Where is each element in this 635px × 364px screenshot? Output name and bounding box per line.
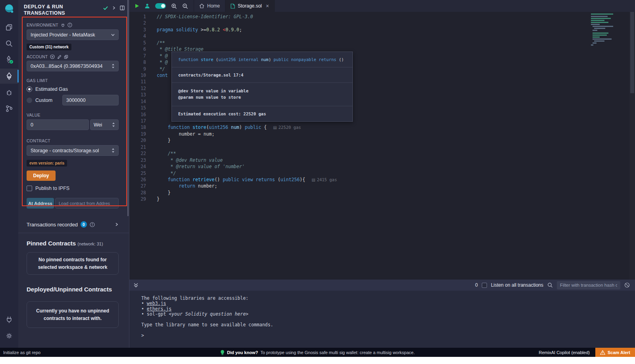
- up-down-caret-icon: [112, 148, 115, 153]
- line-number: 9: [129, 66, 146, 72]
- transactions-count-badge: 0: [81, 221, 87, 228]
- clear-console-icon[interactable]: [624, 282, 630, 288]
- panel-scrollbar[interactable]: [127, 0, 129, 216]
- copilot-toggle[interactable]: [155, 3, 166, 9]
- listen-all-label: Listen on all transactions: [491, 282, 543, 288]
- expand-transactions-icon[interactable]: [115, 222, 119, 227]
- deploy-button[interactable]: Deploy: [27, 171, 56, 181]
- icon-sidebar: [0, 0, 18, 357]
- git-init-status[interactable]: Initialize as git repo: [0, 350, 40, 355]
- line-number: 29: [129, 196, 146, 202]
- transaction-filter-input[interactable]: [557, 281, 620, 289]
- terminal-link[interactable]: web3.js: [147, 301, 166, 306]
- custom-gas-input[interactable]: [62, 95, 119, 105]
- gas-estimate-badge: ▤2415 gas: [312, 177, 337, 182]
- value-input[interactable]: [27, 119, 89, 130]
- code-line: pragma solidity >=0.8.2 <0.9.0;: [157, 27, 587, 33]
- ai-assistant-icon[interactable]: [144, 3, 150, 9]
- line-number: 22: [129, 150, 146, 157]
- contract-label: CONTRACT: [27, 138, 50, 143]
- edit-account-icon[interactable]: [57, 55, 62, 59]
- git-icon[interactable]: [0, 101, 18, 116]
- tooltip-dev-line: @dev Store value in variable: [178, 88, 346, 94]
- minimap[interactable]: [591, 13, 629, 48]
- listen-all-checkbox[interactable]: [482, 283, 487, 288]
- panel-title: DEPLOY & RUN TRANSACTIONS: [24, 4, 93, 18]
- chevron-right-icon[interactable]: [112, 5, 116, 11]
- terminal-tx-count: 0: [475, 282, 478, 288]
- tooltip-param-line: @param num value to store: [178, 94, 346, 101]
- terminal[interactable]: The following libraries are accessible:•…: [129, 291, 635, 348]
- environment-select[interactable]: Injected Provider - MetaMask: [27, 29, 119, 40]
- copy-address-icon[interactable]: [64, 55, 68, 59]
- code-line: number = num;: [157, 131, 587, 137]
- remix-ide: DEPLOY & RUN TRANSACTIONS ENVIRONMENT: [0, 0, 635, 364]
- transactions-recorded-label: Transactions recorded: [27, 222, 78, 228]
- line-number: 3: [129, 27, 146, 33]
- debugger-icon[interactable]: [0, 85, 18, 100]
- info-icon[interactable]: [67, 23, 72, 27]
- zoom-out-icon[interactable]: [182, 3, 188, 9]
- line-number: 26: [129, 176, 146, 183]
- pin-panel-icon[interactable]: [119, 5, 125, 11]
- copilot-status[interactable]: RemixAI Copilot (enabled): [539, 350, 590, 355]
- run-script-icon[interactable]: [135, 4, 139, 8]
- expand-terminal-icon[interactable]: [133, 283, 139, 288]
- line-number: 1: [129, 13, 146, 20]
- evm-version-badge: evm version: paris: [27, 160, 67, 167]
- account-select[interactable]: 0xA03...85ac4 (0.398673504934: [27, 61, 119, 71]
- custom-gas-radio[interactable]: [27, 98, 32, 103]
- value-label: VALUE: [27, 113, 40, 117]
- tab-home[interactable]: Home: [194, 0, 225, 12]
- code-line: * @dev Return value: [157, 157, 587, 163]
- network-badge: Custom (31) network: [27, 44, 71, 50]
- tooltip-docs: @dev Store value in variable @param num …: [172, 83, 352, 106]
- terminal-line: Type the library name to see available c…: [141, 322, 635, 328]
- line-number: 21: [129, 144, 146, 150]
- deploy-run-icon[interactable]: [0, 69, 18, 84]
- close-tab-icon[interactable]: ×: [266, 3, 269, 9]
- code-line: /**: [157, 40, 587, 46]
- editor-scrollbar[interactable]: [629, 12, 635, 280]
- at-address-button[interactable]: At Address: [27, 198, 54, 209]
- unpinned-empty-message: Currently you have no unpinned contracts…: [27, 301, 119, 328]
- custom-gas-label: Custom: [35, 98, 52, 103]
- file-explorer-icon[interactable]: [0, 20, 18, 35]
- line-number: 14: [129, 98, 146, 105]
- line-number: 20: [129, 137, 146, 144]
- tab-storage-sol[interactable]: Storage.sol ×: [225, 0, 275, 12]
- publish-ipfs-checkbox[interactable]: [27, 186, 32, 191]
- warning-icon: [600, 350, 605, 355]
- info-icon[interactable]: [90, 222, 95, 227]
- zoom-in-icon[interactable]: [171, 3, 177, 9]
- estimated-gas-label: Estimated Gas: [35, 86, 68, 92]
- plugin-manager-icon[interactable]: [0, 312, 18, 327]
- settings-gear-icon[interactable]: [0, 328, 18, 343]
- pinned-empty-message: No pinned contracts found for selected w…: [27, 252, 119, 275]
- contract-select[interactable]: Storage - contracts/Storage.sol: [27, 145, 119, 156]
- plug-icon[interactable]: [61, 23, 65, 27]
- line-number: 13: [129, 92, 146, 98]
- scam-alert-button[interactable]: Scam Alert: [595, 348, 635, 357]
- estimated-gas-radio[interactable]: [27, 86, 32, 92]
- load-contract-input[interactable]: [55, 198, 119, 209]
- line-number: 10: [129, 72, 146, 79]
- code-editor[interactable]: 1234567891011121314151617181920212223242…: [129, 12, 635, 280]
- pinned-contracts-title: Pinned Contracts (network: 31): [27, 240, 119, 247]
- remix-logo-icon[interactable]: [4, 3, 15, 14]
- unpinned-contracts-title: Deployed/Unpinned Contracts: [27, 286, 119, 293]
- value-unit-select[interactable]: Wei: [90, 119, 119, 130]
- line-number: 25: [129, 170, 146, 176]
- line-number: 12: [129, 85, 146, 92]
- line-number: 5: [129, 40, 146, 46]
- line-number: 23: [129, 157, 146, 163]
- terminal-link[interactable]: ethers.js: [147, 306, 171, 312]
- editor-region: Home Storage.sol × 123456789101112131415…: [129, 0, 635, 357]
- code-line: * @return value of 'number': [157, 163, 587, 170]
- add-account-icon[interactable]: [50, 54, 55, 59]
- solidity-compiler-icon[interactable]: [0, 52, 18, 67]
- code-line: return number;: [157, 183, 587, 189]
- search-icon[interactable]: [0, 36, 18, 51]
- terminal-line: [141, 317, 635, 322]
- terminal-line: The following libraries are accessible:: [141, 296, 635, 301]
